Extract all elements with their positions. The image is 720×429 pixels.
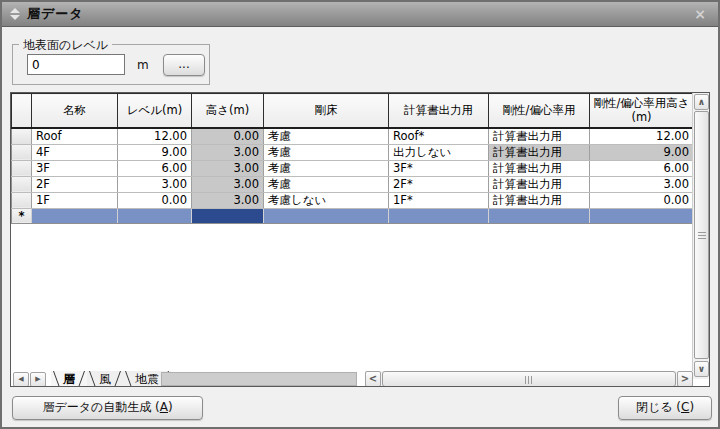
scroll-right-icon[interactable]: > xyxy=(677,371,693,387)
generate-button-label: 層データの自動生成 ( xyxy=(42,400,159,414)
tab-nav-next-button[interactable]: ▶ xyxy=(30,372,46,387)
cell-rigid-floor[interactable]: 考慮 xyxy=(264,144,389,160)
cell-stiffness[interactable]: 計算書出力用 xyxy=(489,128,590,145)
story-data-dialog: 層データ × 地表面のレベル m ... 名称 レベル(m) 高さ(m) 剛床 … xyxy=(0,0,720,429)
cell-level[interactable]: 12.00 xyxy=(118,128,192,145)
cell-rigid-floor[interactable]: 考慮 xyxy=(264,160,389,176)
cell-stiffness[interactable]: 計算書出力用 xyxy=(489,144,590,160)
unit-label: m xyxy=(137,58,149,72)
cell-report-output[interactable]: 出力しない xyxy=(389,144,489,160)
cell-stiffness[interactable]: 計算書出力用 xyxy=(489,192,590,208)
cell-report-output[interactable] xyxy=(389,208,489,223)
cell-stiffness-height[interactable]: 12.00 xyxy=(590,128,694,145)
table-row: 3F 6.00 3.00 考慮 3F* 計算書出力用 6.00 xyxy=(12,160,694,176)
cell-rigid-floor[interactable]: 考慮 xyxy=(264,128,389,145)
row-selector[interactable] xyxy=(12,144,32,160)
column-header-stiffness-height[interactable]: 剛性/偏心率用高さ(m) xyxy=(590,94,694,128)
cell-report-output[interactable]: 1F* xyxy=(389,192,489,208)
close-button-label-suffix: ) xyxy=(689,400,694,414)
header-row: 名称 レベル(m) 高さ(m) 剛床 計算書出力用 剛性/偏心率用 剛性/偏心率… xyxy=(12,94,694,128)
vertical-scrollbar[interactable]: ∧ ∨ xyxy=(692,93,709,379)
close-button-label: 閉じる ( xyxy=(636,400,681,414)
cell-name[interactable]: Roof xyxy=(32,128,118,145)
table-row: 2F 3.00 3.00 考慮 2F* 計算書出力用 3.00 xyxy=(12,176,694,192)
cell-level[interactable]: 9.00 xyxy=(118,144,192,160)
cell-rigid-floor[interactable]: 考慮しない xyxy=(264,192,389,208)
scroll-up-icon[interactable]: ∧ xyxy=(694,94,709,110)
horizontal-scrollbar[interactable]: < > xyxy=(365,371,693,387)
close-icon[interactable]: × xyxy=(690,5,710,23)
tab-strip-filler xyxy=(161,372,357,386)
cell-height[interactable]: 3.00 xyxy=(192,144,264,160)
cell-height[interactable]: 3.00 xyxy=(192,160,264,176)
close-dialog-button[interactable]: 閉じる (C) xyxy=(618,396,712,420)
window-title: 層データ xyxy=(27,5,84,23)
cell-name[interactable]: 2F xyxy=(32,176,118,192)
ground-level-input[interactable] xyxy=(27,54,125,75)
table-row: 1F 0.00 3.00 考慮しない 1F* 計算書出力用 0.00 xyxy=(12,192,694,208)
row-selector[interactable] xyxy=(12,128,32,145)
new-record-row: * xyxy=(12,208,694,223)
column-header-report-output[interactable]: 計算書出力用 xyxy=(389,94,489,128)
story-table: 名称 レベル(m) 高さ(m) 剛床 計算書出力用 剛性/偏心率用 剛性/偏心率… xyxy=(11,93,694,224)
cell-level[interactable]: 3.00 xyxy=(118,176,192,192)
ground-level-group-label: 地表面のレベル xyxy=(19,37,112,54)
cell-stiffness-height[interactable]: 6.00 xyxy=(590,160,694,176)
cell-rigid-floor[interactable] xyxy=(264,208,389,223)
cell-stiffness-height[interactable]: 0.00 xyxy=(590,192,694,208)
cell-height[interactable]: 0.00 xyxy=(192,128,264,145)
column-header-name[interactable]: 名称 xyxy=(32,94,118,128)
column-header-rigid-floor[interactable]: 剛床 xyxy=(264,94,389,128)
window-resize-icon xyxy=(10,7,20,21)
generate-story-data-button[interactable]: 層データの自動生成 (A) xyxy=(12,396,203,420)
cell-height[interactable]: 3.00 xyxy=(192,192,264,208)
column-header-stiffness[interactable]: 剛性/偏心率用 xyxy=(489,94,590,128)
cell-name[interactable]: 3F xyxy=(32,160,118,176)
generate-button-accesskey: A xyxy=(160,400,168,414)
cell-report-output[interactable]: Roof* xyxy=(389,128,489,145)
story-grid: 名称 レベル(m) 高さ(m) 剛床 計算書出力用 剛性/偏心率用 剛性/偏心率… xyxy=(10,92,710,387)
cell-rigid-floor[interactable]: 考慮 xyxy=(264,176,389,192)
cell-height-selected[interactable] xyxy=(192,208,264,223)
tab-nav-prev-button[interactable]: ◀ xyxy=(13,372,29,387)
column-header-level[interactable]: レベル(m) xyxy=(118,94,192,128)
row-selector[interactable] xyxy=(12,176,32,192)
cell-name[interactable]: 4F xyxy=(32,144,118,160)
grip-icon xyxy=(525,376,534,384)
cell-report-output[interactable]: 3F* xyxy=(389,160,489,176)
cell-height[interactable]: 3.00 xyxy=(192,176,264,192)
grip-icon xyxy=(698,232,706,239)
cell-stiffness[interactable]: 計算書出力用 xyxy=(489,160,590,176)
titlebar[interactable]: 層データ × xyxy=(2,2,718,27)
cell-stiffness[interactable] xyxy=(489,208,590,223)
cell-stiffness[interactable]: 計算書出力用 xyxy=(489,176,590,192)
cell-name[interactable]: 1F xyxy=(32,192,118,208)
column-header-selector[interactable] xyxy=(12,94,32,128)
tab-story[interactable]: 層 xyxy=(51,371,87,387)
vertical-scrollbar-thumb[interactable] xyxy=(694,111,709,359)
ground-level-group: 地表面のレベル m ... xyxy=(12,44,210,85)
table-row: Roof 12.00 0.00 考慮 Roof* 計算書出力用 12.00 xyxy=(12,128,694,145)
row-selector[interactable] xyxy=(12,192,32,208)
generate-button-label-suffix: ) xyxy=(168,400,173,414)
cell-stiffness-height[interactable]: 9.00 xyxy=(590,144,694,160)
cell-stiffness-height[interactable]: 3.00 xyxy=(590,176,694,192)
row-selector[interactable] xyxy=(12,160,32,176)
scroll-left-icon[interactable]: < xyxy=(365,371,381,387)
tab-wind[interactable]: 風 xyxy=(87,371,123,387)
cell-level[interactable]: 0.00 xyxy=(118,192,192,208)
scroll-down-icon[interactable]: ∨ xyxy=(694,361,709,377)
cell-report-output[interactable]: 2F* xyxy=(389,176,489,192)
cell-level[interactable] xyxy=(118,208,192,223)
column-header-height[interactable]: 高さ(m) xyxy=(192,94,264,128)
horizontal-scrollbar-thumb[interactable] xyxy=(382,371,676,387)
cell-level[interactable]: 6.00 xyxy=(118,160,192,176)
table-row: 4F 9.00 3.00 考慮 出力しない 計算書出力用 9.00 xyxy=(12,144,694,160)
browse-button[interactable]: ... xyxy=(163,54,205,76)
new-row-marker[interactable]: * xyxy=(12,208,32,223)
sheet-tabbar: ◀ ▶ 層 風 地震 xyxy=(11,371,363,387)
cell-stiffness-height[interactable] xyxy=(590,208,694,223)
cell-name[interactable] xyxy=(32,208,118,223)
